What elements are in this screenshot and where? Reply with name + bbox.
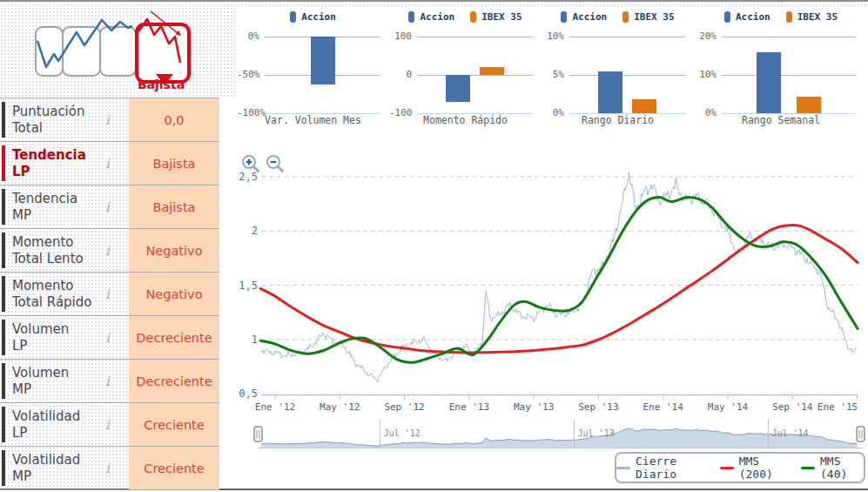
legend-item[interactable]: IBEX 35 — [786, 11, 838, 23]
gridline — [417, 75, 533, 76]
indicator-row-4[interactable]: MomentoTotal LentoiNegativo — [0, 229, 219, 273]
indicator-label: MomentoTotal Rápido — [12, 278, 91, 311]
zoom-out-button[interactable] — [267, 156, 283, 172]
legend-item[interactable]: Cierre Diario — [616, 455, 707, 481]
indicator-value: Negativo — [129, 229, 219, 272]
indicator-label-line: LP — [12, 425, 80, 441]
axis-tick-label: 10% — [542, 30, 564, 42]
indicator-label-line: Volatilidad — [12, 408, 80, 425]
indicator-row-1[interactable]: PuntuaciónTotali0,0 — [0, 98, 219, 142]
indicator-row-2[interactable]: TendenciaLPiBajista — [0, 142, 219, 185]
legend-line-icon — [801, 467, 815, 469]
info-icon[interactable]: i — [105, 199, 110, 215]
legend-label: Accion — [301, 11, 336, 23]
indicator-label-line: MP — [12, 468, 80, 485]
navigator-handle-grip — [857, 427, 865, 441]
info-icon[interactable]: i — [105, 374, 110, 389]
legend-marker-icon — [724, 11, 730, 23]
legend-item[interactable]: IBEX 35 — [622, 11, 674, 23]
x-axis-label: Ene '15 — [818, 401, 858, 413]
indicator-value: Bajista — [129, 142, 219, 185]
indicator-marker-bar — [2, 407, 5, 442]
indicator-label: VolumenLP — [12, 321, 69, 354]
indicator-value: Decreciente — [129, 316, 219, 359]
info-icon[interactable]: i — [105, 156, 110, 172]
indicator-label-line: Puntuación — [12, 104, 84, 120]
legend-marker-icon — [290, 11, 296, 23]
legend-label: IBEX 35 — [797, 11, 838, 23]
indicator-row-9[interactable]: VolatilidadMPiCreciente — [0, 447, 219, 490]
info-icon[interactable]: i — [105, 417, 110, 433]
indicator-value: Decreciente — [129, 360, 219, 402]
x-axis-label: Ene '14 — [643, 401, 684, 413]
bar-accion — [446, 75, 470, 102]
indicator-label-line: Momento — [12, 278, 91, 294]
legend-marker-icon — [470, 11, 476, 23]
legend-item[interactable]: Accion — [724, 11, 770, 23]
legend-label: IBEX 35 — [634, 11, 674, 23]
indicator-row-8[interactable]: VolatilidadLPiCreciente — [0, 403, 219, 447]
legend-item[interactable]: MMS (40) — [801, 455, 864, 481]
info-icon[interactable]: i — [105, 112, 110, 128]
navigator-label: Jul '12 — [384, 428, 421, 438]
indicator-label-line: Volatilidad — [12, 452, 80, 468]
y-axis-label: 0,5 — [239, 388, 258, 400]
info-icon[interactable]: i — [105, 286, 110, 302]
mini-chart-legend: AccionIBEX 35 — [389, 11, 542, 23]
bar-accion — [598, 71, 622, 113]
legend-marker-icon — [561, 11, 567, 23]
x-axis-label: May '12 — [320, 401, 360, 413]
x-axis-label: May '13 — [514, 401, 554, 413]
y-axis-label: 1,5 — [239, 280, 258, 292]
x-axis-label: Sep '12 — [384, 401, 424, 413]
series-mms-200- — [260, 225, 858, 353]
indicator-label-line: LP — [12, 338, 69, 354]
legend-label: MMS (40) — [820, 455, 864, 481]
legend-item[interactable]: MMS (200) — [720, 455, 788, 481]
legend-line-icon — [616, 467, 630, 469]
indicator-row-5[interactable]: MomentoTotal RápidoiNegativo — [0, 273, 219, 316]
mini-chart-legend: Accion — [237, 11, 389, 23]
pattern-thumb-3[interactable] — [99, 26, 137, 77]
navigator-handle-right[interactable] — [857, 427, 865, 441]
axis-tick-label: 100 — [389, 30, 412, 42]
screener-dashboard: Bajista PuntuaciónTotali0,0TendenciaLPiB… — [0, 0, 868, 492]
bar-accion — [757, 52, 781, 113]
indicator-label-line: Volumen — [12, 321, 69, 338]
axis-tick-label: -50% — [237, 69, 259, 80]
indicator-marker-bar — [2, 450, 5, 486]
axis-tick-label: 10% — [694, 69, 717, 80]
indicator-value: Negativo — [129, 273, 219, 315]
pattern-thumb-2[interactable] — [62, 26, 101, 77]
mini-chart-2: AccionIBEX 351000-100Momento Rápido — [389, 2, 542, 132]
mini-chart-title: Rango Diario — [542, 114, 694, 126]
indicator-label: TendenciaMP — [12, 191, 77, 224]
indicator-label-line: Total — [12, 120, 84, 137]
legend-label: Cierre Diario — [636, 455, 707, 481]
indicator-row-3[interactable]: TendenciaMPiBajista — [0, 185, 219, 229]
gridline — [569, 75, 685, 76]
navigator-handle-left[interactable] — [254, 427, 262, 441]
indicator-row-6[interactable]: VolumenLPiDecreciente — [0, 316, 219, 360]
legend-item[interactable]: Accion — [408, 11, 454, 23]
series-legend: Cierre DiarioMMS (200)MMS (40) — [615, 452, 865, 483]
legend-line-icon — [720, 467, 734, 469]
info-icon[interactable]: i — [105, 461, 110, 476]
zoom-in-button[interactable] — [243, 156, 259, 172]
mini-chart-1: Accion0%-50%-100%Var. Volumen Mes — [237, 2, 389, 132]
series-cierre-diario — [261, 172, 857, 382]
indicator-label: MomentoTotal Lento — [12, 234, 84, 267]
zoom-controls — [240, 153, 289, 178]
main-chart[interactable]: 2,521,510,5Ene '12May '12Sep '12Ene '13M… — [235, 139, 868, 453]
info-icon[interactable]: i — [105, 243, 110, 259]
legend-item[interactable]: Accion — [290, 11, 336, 23]
indicator-label: PuntuaciónTotal — [12, 104, 84, 137]
info-icon[interactable]: i — [105, 330, 110, 346]
x-axis-label: May '14 — [708, 401, 749, 413]
indicator-row-7[interactable]: VolumenMPiDecreciente — [0, 360, 219, 403]
legend-item[interactable]: IBEX 35 — [470, 11, 521, 23]
legend-item[interactable]: Accion — [561, 11, 607, 23]
x-axis-label: Ene '12 — [255, 401, 295, 413]
pattern-thumb-1[interactable] — [35, 26, 64, 77]
legend-label: IBEX 35 — [481, 11, 521, 23]
